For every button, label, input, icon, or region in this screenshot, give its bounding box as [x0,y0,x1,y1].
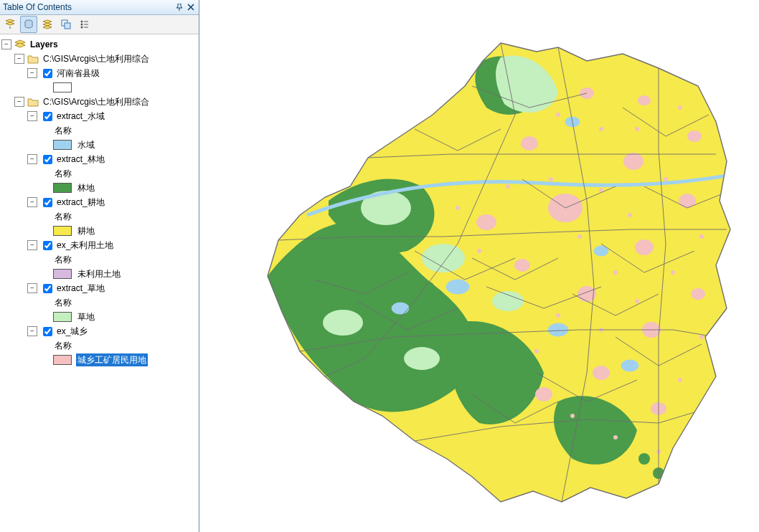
layer-name[interactable]: ex_未利用土地 [55,239,115,252]
tree-field[interactable]: 名称 [1,209,197,224]
tree-symbol[interactable]: 城乡工矿居民用地 [1,353,197,367]
class-label[interactable]: 林地 [76,181,96,194]
tree-layer[interactable]: − 河南省县级 [1,66,197,80]
layer-visibility-checkbox[interactable] [43,241,52,250]
tree-symbol[interactable]: 耕地 [1,224,197,238]
symbol-swatch[interactable] [53,355,72,365]
tree-field[interactable]: 名称 [1,295,197,310]
list-selection-button[interactable] [57,16,75,33]
expand-toggle[interactable]: − [27,240,37,250]
symbol-swatch[interactable] [53,269,72,279]
layer-visibility-checkbox[interactable] [43,284,52,293]
tree-group[interactable]: − C:\GIS\Arcgis\土地利用综合 [1,95,197,109]
map-canvas[interactable] [199,0,759,532]
tree-symbol[interactable] [1,80,197,95]
symbol-swatch[interactable] [53,226,72,236]
tree-field[interactable]: 名称 [1,252,197,267]
svg-point-6 [372,294,386,308]
tree-symbol[interactable]: 草地 [1,310,197,324]
group-path[interactable]: C:\GIS\Arcgis\土地利用综合 [42,95,151,108]
list-drawing-order-button[interactable] [1,16,19,33]
svg-point-16 [638,453,650,465]
class-label[interactable]: 耕地 [76,224,96,237]
map-view[interactable] [199,0,759,532]
list-source-button[interactable] [20,16,37,33]
symbol-swatch[interactable] [53,82,72,92]
class-label[interactable]: 未利用土地 [76,267,122,280]
svg-point-20 [323,310,363,336]
layer-name[interactable]: extract_林地 [55,153,106,166]
svg-point-9 [445,367,456,379]
tree-layer[interactable]: −extract_水域 [1,109,197,123]
close-icon[interactable] [186,2,196,12]
svg-point-14 [467,339,477,349]
symbol-swatch[interactable] [53,312,72,322]
expand-toggle[interactable]: − [27,326,37,336]
svg-point-45 [549,177,553,181]
root-label[interactable]: Layers [29,38,60,51]
tree-field[interactable]: 名称 [1,123,197,138]
layer-tree[interactable]: − Layers − C:\GIS\Arcgis\土地利用综合 − 河南省县级 [0,34,199,532]
svg-point-46 [599,188,603,192]
svg-point-40 [687,130,702,142]
svg-point-49 [578,234,582,239]
expand-toggle[interactable]: − [1,39,11,49]
svg-point-33 [635,239,654,255]
expand-toggle[interactable]: − [27,68,37,78]
layer-name[interactable]: 河南省县级 [55,67,101,80]
tree-symbol[interactable]: 水域 [1,138,197,152]
svg-rect-2 [65,23,70,29]
svg-point-38 [535,387,552,402]
svg-point-63 [699,335,704,339]
expand-toggle[interactable]: − [27,283,37,293]
expand-toggle[interactable]: − [27,111,37,121]
field-label: 名称 [53,124,73,137]
expand-toggle[interactable]: − [27,154,37,164]
layer-visibility-checkbox[interactable] [43,112,52,121]
class-label[interactable]: 水域 [76,138,96,151]
svg-point-50 [613,270,618,275]
svg-point-54 [671,270,675,275]
layer-visibility-checkbox[interactable] [43,69,52,78]
field-label: 名称 [53,296,73,309]
tree-layer[interactable]: −extract_林地 [1,152,197,166]
tree-layer[interactable]: −ex_城乡 [1,324,197,338]
svg-point-31 [521,136,538,151]
tree-symbol[interactable]: 未利用土地 [1,267,197,281]
layer-name[interactable]: extract_水域 [55,110,106,123]
svg-point-25 [621,360,638,371]
list-visibility-button[interactable] [39,16,56,33]
tree-group[interactable]: − C:\GIS\Arcgis\土地利用综合 [1,52,197,66]
tree-layer[interactable]: −extract_草地 [1,281,197,295]
symbol-swatch[interactable] [53,140,72,150]
layer-name[interactable]: extract_耕地 [55,196,106,209]
group-path[interactable]: C:\GIS\Arcgis\土地利用综合 [42,52,151,65]
svg-point-12 [307,308,321,323]
layer-name[interactable]: ex_城乡 [55,325,89,338]
layer-name[interactable]: extract_草地 [55,282,106,295]
layer-visibility-checkbox[interactable] [43,198,52,207]
tree-root[interactable]: − Layers [1,37,197,52]
toc-panel: Table Of Contents [0,0,199,532]
tree-field[interactable]: 名称 [1,338,197,353]
tree-field[interactable]: 名称 [1,166,197,181]
expand-toggle[interactable]: − [14,54,24,64]
tree-layer[interactable]: −ex_未利用土地 [1,238,197,252]
svg-point-65 [635,127,639,131]
svg-point-43 [514,259,530,272]
tree-symbol[interactable]: 林地 [1,181,197,195]
class-label[interactable]: 草地 [76,310,96,323]
svg-point-30 [623,153,644,170]
layer-visibility-checkbox[interactable] [43,327,52,336]
options-button[interactable] [76,16,93,33]
svg-point-21 [404,347,440,370]
layer-visibility-checkbox[interactable] [43,155,52,164]
svg-point-66 [599,127,603,131]
class-label[interactable]: 城乡工矿居民用地 [76,353,148,366]
tree-layer[interactable]: −extract_耕地 [1,195,197,209]
pin-icon[interactable] [174,2,184,12]
symbol-swatch[interactable] [53,183,72,193]
expand-toggle[interactable]: − [14,97,24,107]
svg-point-37 [593,366,610,380]
expand-toggle[interactable]: − [27,197,37,207]
